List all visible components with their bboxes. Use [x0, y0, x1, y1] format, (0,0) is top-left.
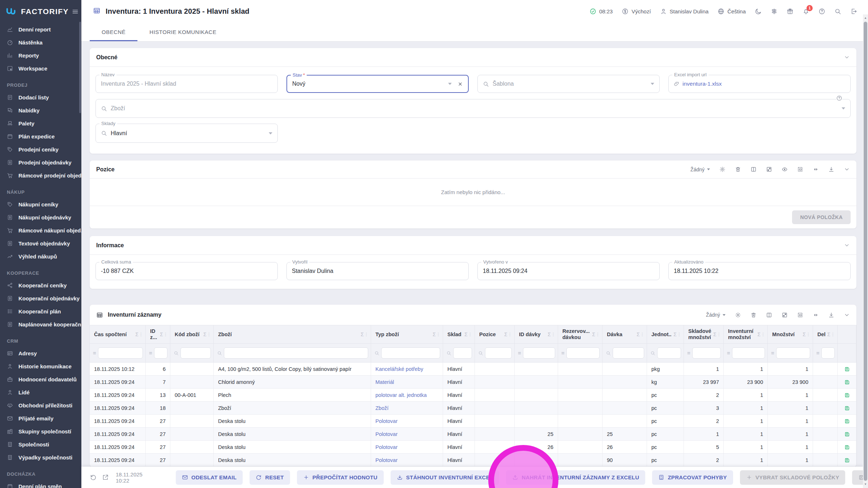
column-resize-handle[interactable]: ⋮: [806, 332, 810, 337]
filter-input-skladove-mnozstvi[interactable]: [693, 348, 720, 358]
sidebar-item-workspace[interactable]: Workspace: [0, 62, 81, 75]
group-by-select[interactable]: Žádný: [706, 312, 726, 318]
column-header-davka[interactable]: DávkaΣ⋮: [603, 325, 647, 343]
excel-file-link[interactable]: inventura-1.xlsx: [682, 81, 722, 87]
table-row[interactable]: 18.11.2025 09:2427Deska stoluPolotovarHl…: [90, 454, 856, 467]
scroll-down-arrow[interactable]: ▼: [863, 481, 868, 487]
table-row[interactable]: 18.11.2025 09:247Chlorid amonnýMateriálH…: [90, 376, 856, 389]
column-resize-handle[interactable]: ⋮: [139, 332, 143, 337]
filter-input-pozice[interactable]: [485, 348, 511, 358]
filter-input-id-davky[interactable]: [523, 348, 555, 358]
column-header-sklad[interactable]: SkladΣ⋮: [443, 325, 475, 343]
columns-button[interactable]: [750, 166, 757, 172]
collapse-informace-button[interactable]: [844, 242, 850, 248]
save-row-button[interactable]: [838, 415, 856, 427]
help-button[interactable]: [818, 8, 825, 15]
filter-input-davka[interactable]: [613, 348, 644, 358]
sum-icon[interactable]: Σ: [713, 331, 716, 337]
filter-input-zbozi[interactable]: [224, 348, 368, 358]
sidebar-item-denni-report[interactable]: Denní report: [0, 23, 81, 36]
cell-typ-zbozi[interactable]: polotovar alt. jednotka: [371, 389, 443, 401]
visibility-button[interactable]: [782, 166, 788, 172]
chevron-down-icon[interactable]: [269, 132, 272, 134]
column-header-pozice[interactable]: PoziceΣ⋮: [475, 325, 515, 343]
stahnout-inventurni-excel-button[interactable]: STÁHNOUT INVENTURNÍ EXCEL: [391, 470, 499, 485]
sidebar-item-reporty[interactable]: Reporty: [0, 49, 81, 62]
column-header-delta[interactable]: DeltaΣ⋮: [813, 325, 838, 343]
settings-button[interactable]: [735, 312, 741, 318]
vytvoril-field[interactable]: VytvořilStanislav Dulina: [286, 262, 469, 280]
sidebar-item-ramcove-prodejni-objed[interactable]: Rámcové prodejní objed...: [0, 169, 81, 182]
sum-icon[interactable]: Σ: [464, 331, 468, 337]
cell-typ-zbozi[interactable]: Polotovar: [371, 441, 443, 453]
save-row-button[interactable]: [838, 428, 856, 440]
sidebar-item-prodejni-objednavky[interactable]: Prodejní objednávky: [0, 156, 81, 169]
column-resize-handle[interactable]: ⋮: [508, 332, 512, 337]
column-resize-handle[interactable]: ⋮: [163, 332, 168, 337]
column-resize-handle[interactable]: ⋮: [640, 332, 644, 337]
nahrat-inventurni-zaznamy-z-excelu-button[interactable]: NAHRÁT INVENTURNÍ ZÁZNAMY Z EXCELU: [506, 470, 645, 485]
notifications-button[interactable]: 1: [803, 8, 809, 15]
menu-toggle-icon[interactable]: [72, 8, 79, 15]
column-resize-handle[interactable]: ⋮: [677, 332, 681, 337]
sum-icon[interactable]: Σ: [160, 331, 163, 337]
table-row[interactable]: 18.11.2025 09:2418ZbožíZbožíHlavnípc311: [90, 402, 856, 415]
column-header-inventurni-mnozstvi[interactable]: Inventurní množstvíΣ⋮: [724, 325, 768, 343]
column-header-typ-zbozi[interactable]: Typ zbožíΣ⋮: [371, 325, 443, 343]
sidebar-item-kooperacni-plan[interactable]: Kooperační plán: [0, 305, 81, 318]
save-row-button[interactable]: [838, 454, 856, 466]
sum-icon[interactable]: Σ: [361, 331, 364, 337]
sum-icon[interactable]: Σ: [827, 331, 830, 337]
save-row-button[interactable]: [838, 389, 856, 401]
sidebar-item-prijate-emaily[interactable]: Přijaté emaily: [0, 412, 81, 425]
main-scrollbar[interactable]: ▲ ▼: [863, 14, 868, 488]
column-resize-handle[interactable]: ⋮: [364, 332, 369, 337]
filter-input-delta[interactable]: [822, 348, 834, 358]
sidebar-scrollbar-thumb[interactable]: [79, 22, 81, 113]
table-row[interactable]: 18.11.2025 09:241300-A-001Plechpolotovar…: [90, 389, 856, 402]
group-by-select[interactable]: Žádný: [690, 167, 710, 172]
filter-input-mnozstvi[interactable]: [776, 348, 810, 358]
sidebar-item-obchodni-prilezitosti[interactable]: Obchodní příležitosti: [0, 399, 81, 412]
layout-button[interactable]: [782, 312, 788, 318]
collapse-button[interactable]: [844, 312, 850, 318]
tab-historie-komunikace[interactable]: HISTORIE KOMUNIKACE: [137, 22, 228, 41]
column-header-skladove-mnozstvi[interactable]: Skladové množstvíΣ⋮: [684, 325, 724, 343]
sum-icon[interactable]: Σ: [433, 331, 436, 337]
download-button[interactable]: [828, 166, 834, 172]
odeslat-email-button[interactable]: ODESLAT EMAIL: [176, 470, 243, 485]
filter-input-kod-zbozi[interactable]: [181, 348, 210, 358]
collapse-obecne-button[interactable]: [844, 54, 850, 60]
chevron-down-icon[interactable]: [448, 83, 452, 85]
table-row[interactable]: 18.11.2025 09:2427Deska stoluPolotovarHl…: [90, 428, 856, 441]
chevron-down-icon[interactable]: [842, 107, 845, 110]
history-button[interactable]: [90, 474, 97, 481]
zpracovat-pohyby-button[interactable]: ZPRACOVAT POHYBY: [652, 470, 733, 485]
column-resize-handle[interactable]: ⋮: [468, 332, 472, 337]
sidebar-item-plan-expedice[interactable]: Plán expedice: [0, 130, 81, 143]
cell-typ-zbozi[interactable]: Polotovar: [371, 428, 443, 440]
column-header-jednot[interactable]: Jednot...Σ⋮: [647, 325, 684, 343]
sidebar-item-naplanovane-kooperacn[interactable]: Naplánované kooperačn...: [0, 318, 81, 331]
vybrat-skladove-polozky-button[interactable]: VYBRAT SKLADOVÉ POLOŽKY: [740, 470, 846, 485]
sklady-select[interactable]: Sklady Hlavní: [95, 124, 278, 143]
filter-input-id-z[interactable]: [154, 348, 167, 358]
help-icon[interactable]: [836, 95, 842, 101]
scroll-up-arrow[interactable]: ▲: [863, 15, 868, 21]
sum-icon[interactable]: Σ: [673, 331, 677, 337]
column-header-cas-spocteni[interactable]: Čas spočteníΣ⋮: [90, 325, 146, 343]
filter-input-inventurni-mnozstvi[interactable]: [732, 348, 765, 358]
zbozi-search-field[interactable]: Zboží: [95, 99, 851, 118]
main-scrollbar-thumb[interactable]: [864, 22, 867, 481]
sidebar-item-spolecnosti[interactable]: Společnosti: [0, 438, 81, 451]
sum-icon[interactable]: Σ: [548, 331, 551, 337]
column-header-mnozstvi[interactable]: MnožstvíΣ⋮: [768, 325, 813, 343]
sidebar-item-skupiny-spolecnosti[interactable]: Skupiny společností: [0, 425, 81, 438]
sidebar-item-kooperacni-objednavky[interactable]: Kooperační objednávky: [0, 292, 81, 305]
user-menu[interactable]: Stanislav Dulina: [660, 8, 709, 15]
filter-input-cas-spocteni[interactable]: [98, 348, 142, 358]
currency-select[interactable]: Výchozí: [622, 8, 651, 15]
cell-typ-zbozi[interactable]: Materiál: [371, 376, 443, 388]
sum-icon[interactable]: Σ: [203, 331, 207, 337]
sum-icon[interactable]: Σ: [803, 331, 806, 337]
